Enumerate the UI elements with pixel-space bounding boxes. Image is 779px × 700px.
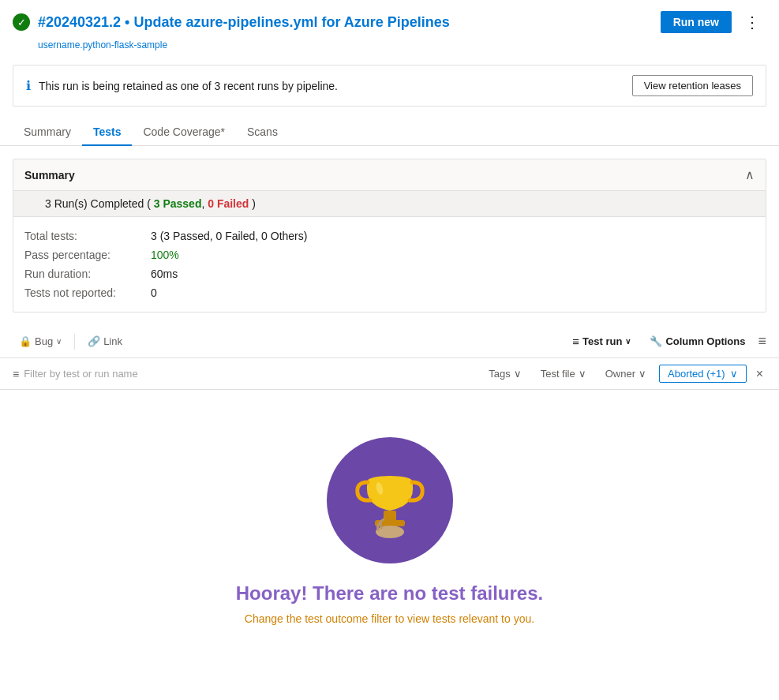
tab-scans[interactable]: Scans <box>236 119 289 146</box>
filter-bar: ≡ Filter by test or run name Tags ∨ Test… <box>0 358 779 390</box>
stat-label-duration: Run duration: <box>24 268 151 280</box>
stat-value-pass: 100% <box>151 249 179 261</box>
view-retention-leases-button[interactable]: View retention leases <box>632 75 753 96</box>
column-options-label: Column Options <box>665 335 745 347</box>
owner-chevron-icon: ∨ <box>639 368 646 380</box>
passed-count: 3 Passed <box>154 197 202 210</box>
summary-section: Summary ∧ 3 Run(s) Completed ( 3 Passed,… <box>13 159 766 313</box>
bug-chevron-icon: ∨ <box>56 337 62 346</box>
page-title: #20240321.2 • Update azure-pipelines.yml… <box>38 14 450 31</box>
summary-title: Summary <box>24 169 75 182</box>
page-header: ✓ #20240321.2 • Update azure-pipelines.y… <box>0 0 779 38</box>
tab-tests[interactable]: Tests <box>82 119 133 146</box>
success-icon: ✓ <box>13 13 30 31</box>
link-icon: 🔗 <box>88 335 100 347</box>
aborted-label: Aborted (+1) <box>668 368 725 380</box>
aborted-filter-badge[interactable]: Aborted (+1) ∨ <box>659 365 747 383</box>
toolbar-left: 🔒 Bug ∨ 🔗 Link <box>13 332 129 350</box>
bug-label: Bug <box>35 335 53 347</box>
link-button[interactable]: 🔗 Link <box>81 332 129 350</box>
tags-label: Tags <box>489 368 510 380</box>
run-new-button[interactable]: Run new <box>661 11 732 33</box>
tags-dropdown[interactable]: Tags ∨ <box>482 365 527 383</box>
filter-left: ≡ Filter by test or run name <box>13 368 138 380</box>
owner-dropdown[interactable]: Owner ∨ <box>599 365 653 383</box>
stat-value-duration: 60ms <box>151 268 178 280</box>
empty-state-title: Hooray! There are no test failures. <box>236 582 543 605</box>
stat-label-not-reported: Tests not reported: <box>24 286 151 299</box>
tab-summary[interactable]: Summary <box>13 119 82 146</box>
stat-not-reported: Tests not reported: 0 <box>24 283 755 302</box>
filter-placeholder: Filter by test or run name <box>24 368 138 380</box>
tags-chevron-icon: ∨ <box>514 368 522 380</box>
info-icon: ℹ <box>26 78 31 93</box>
stat-label-total: Total tests: <box>24 230 151 242</box>
column-options-button[interactable]: 🔧 Column Options <box>643 332 751 350</box>
test-run-button[interactable]: ≡ Test run ∨ <box>566 331 637 351</box>
group-by-icon: ≡ <box>758 333 766 350</box>
link-label: Link <box>103 335 122 347</box>
test-file-label: Test file <box>541 368 575 380</box>
retention-banner: ℹ This run is being retained as one of 3… <box>13 65 766 107</box>
close-filter-button[interactable]: × <box>753 365 766 383</box>
owner-label: Owner <box>605 368 635 380</box>
header-actions: Run new ⋮ <box>661 9 766 35</box>
empty-state-subtitle: Change the test outcome filter to view t… <box>245 612 534 625</box>
test-run-chevron-icon: ∨ <box>625 337 631 346</box>
tab-code-coverage[interactable]: Code Coverage* <box>132 119 236 146</box>
list-icon: ≡ <box>572 335 579 348</box>
wrench-icon: 🔧 <box>650 335 662 347</box>
filter-right: Tags ∨ Test file ∨ Owner ∨ Aborted (+1) … <box>482 365 766 383</box>
svg-rect-1 <box>384 511 396 522</box>
more-options-button[interactable]: ⋮ <box>738 9 766 35</box>
breadcrumb: username.python-flask-sample <box>0 38 779 58</box>
stat-total-tests: Total tests: 3 (3 Passed, 0 Failed, 0 Ot… <box>24 226 755 245</box>
subtitle-link[interactable]: username.python-flask-sample <box>38 39 167 51</box>
test-file-chevron-icon: ∨ <box>579 368 586 380</box>
trophy-svg <box>346 457 433 544</box>
summary-header: Summary ∧ <box>13 159 766 191</box>
retention-info: ℹ This run is being retained as one of 3… <box>26 78 338 93</box>
toolbar-separator <box>74 334 75 350</box>
stat-value-total: 3 (3 Passed, 0 Failed, 0 Others) <box>151 230 307 242</box>
test-toolbar: 🔒 Bug ∨ 🔗 Link ≡ Test run ∨ 🔧 Column Opt… <box>0 325 779 358</box>
header-left: ✓ #20240321.2 • Update azure-pipelines.y… <box>13 13 450 31</box>
failed-count: 0 Failed <box>208 197 249 210</box>
lock-icon: 🔒 <box>19 335 32 347</box>
summary-completed-bar: 3 Run(s) Completed ( 3 Passed, 0 Failed … <box>13 191 766 217</box>
stat-run-duration: Run duration: 60ms <box>24 264 755 283</box>
trophy-illustration <box>327 437 453 563</box>
retention-text: This run is being retained as one of 3 r… <box>39 80 338 92</box>
test-file-dropdown[interactable]: Test file ∨ <box>534 365 593 383</box>
bug-button[interactable]: 🔒 Bug ∨ <box>13 332 68 350</box>
toolbar-right: ≡ Test run ∨ 🔧 Column Options ≡ <box>566 331 766 351</box>
stat-label-pass: Pass percentage: <box>24 249 151 261</box>
stat-value-not-reported: 0 <box>151 286 157 299</box>
stat-pass-percentage: Pass percentage: 100% <box>24 245 755 264</box>
test-run-label: Test run <box>582 335 622 347</box>
summary-stats: Total tests: 3 (3 Passed, 0 Failed, 0 Ot… <box>13 217 766 312</box>
empty-state: Hooray! There are no test failures. Chan… <box>0 390 779 657</box>
tab-bar: Summary Tests Code Coverage* Scans <box>0 113 779 146</box>
filter-icon: ≡ <box>13 368 19 380</box>
collapse-button[interactable]: ∧ <box>745 167 755 182</box>
aborted-chevron-icon: ∨ <box>730 368 738 380</box>
